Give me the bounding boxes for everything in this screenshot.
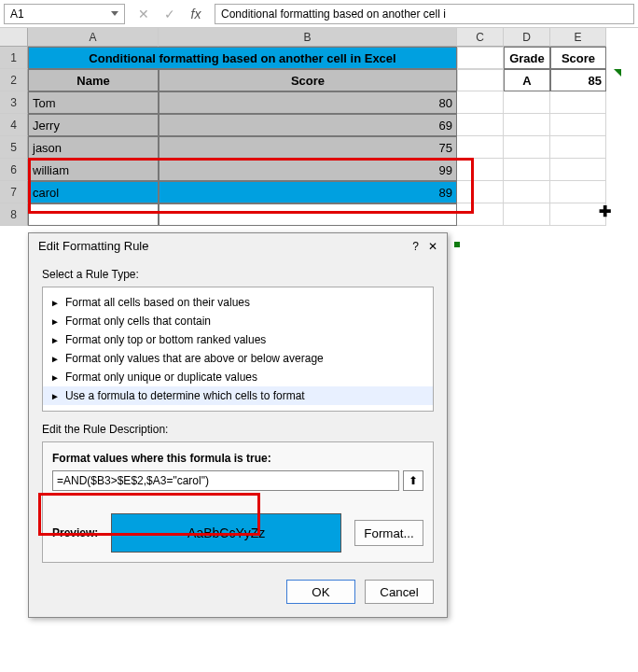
cell[interactable] [457,47,504,69]
rule-label: Format only top or bottom ranked values [65,333,266,346]
formula-input[interactable] [52,470,399,491]
column-headers: A B C D E [28,28,638,47]
formula-bar-icons: ✕ ✓ fx [125,5,215,23]
cell[interactable] [504,136,550,159]
col-header-a[interactable]: A [28,28,159,47]
cell[interactable] [457,159,504,181]
cell[interactable] [550,159,606,181]
name-box[interactable]: A1 [4,4,125,24]
name-box-dropdown-icon[interactable] [111,11,118,16]
edit-formatting-rule-dialog: Edit Formatting Rule ? ✕ Select a Rule T… [28,232,448,618]
fx-icon[interactable]: fx [187,5,205,23]
cancel-button[interactable]: Cancel [365,580,434,604]
rule-type-item[interactable]: ►Format all cells based on their values [43,293,433,312]
selection-handle[interactable] [454,242,460,247]
cell-score[interactable]: 80 [159,91,457,114]
cell[interactable] [504,203,550,226]
cell-score[interactable]: 75 [159,136,457,159]
row-header[interactable]: 6 [0,159,28,181]
title-cell[interactable]: Conditional formatting based on another … [28,47,457,69]
collapse-dialog-button[interactable]: ⬆ [403,470,423,491]
cell[interactable] [457,69,504,91]
name-header[interactable]: Name [28,69,159,91]
rule-type-item[interactable]: ►Format only values that are above or be… [43,349,433,368]
col-header-c[interactable]: C [457,28,504,47]
arrow-icon: ► [50,354,60,364]
rule-label: Format only values that are above or bel… [65,352,324,365]
row-header[interactable]: 3 [0,91,28,114]
select-all-corner[interactable] [0,28,28,47]
rule-type-item[interactable]: ►Format only cells that contain [43,312,433,330]
cell[interactable] [504,159,550,181]
cell-grade-val[interactable]: A [504,69,550,91]
arrow-icon: ► [50,298,60,308]
formula-bar[interactable]: Conditional formatting based on another … [215,4,634,24]
format-values-label: Format values where this formula is true… [52,452,423,465]
col-header-d[interactable]: D [504,28,550,47]
cell-score-header[interactable]: Score [550,47,606,69]
arrow-icon: ► [50,372,60,383]
cell[interactable] [159,203,457,226]
cell-name[interactable]: william [28,159,159,181]
cell[interactable] [504,181,550,203]
col-header-e[interactable]: E [550,28,606,47]
cell-score[interactable]: 99 [159,159,457,181]
cell-grade-header[interactable]: Grade [504,47,550,69]
arrow-icon: ► [50,335,60,345]
cell[interactable] [457,136,504,159]
dialog-title: Edit Formatting Rule [38,239,149,253]
row-header[interactable]: 1 [0,47,28,69]
preview-label: Preview: [52,526,98,539]
select-rule-type-label: Select a Rule Type: [42,268,434,281]
error-indicator-icon [614,69,621,77]
enter-icon: ✓ [160,5,179,23]
col-header-b[interactable]: B [159,28,457,47]
cell-name[interactable]: jason [28,136,159,159]
help-icon[interactable]: ? [412,240,419,253]
cell-name[interactable]: Tom [28,91,159,114]
cell[interactable] [550,114,606,136]
rule-description-box: Format values where this formula is true… [42,441,434,563]
row-header[interactable]: 5 [0,136,28,159]
rule-type-list: ►Format all cells based on their values … [42,287,434,412]
name-box-value: A1 [10,7,24,21]
cell-score-val[interactable]: 85 [550,69,606,91]
ok-button[interactable]: OK [286,580,355,604]
dialog-titlebar[interactable]: Edit Formatting Rule ? ✕ [29,233,447,259]
format-button[interactable]: Format... [354,520,423,546]
preview-box: AaBbCcYyZz [111,513,341,553]
cell[interactable] [28,203,159,226]
rule-type-item[interactable]: ►Format only unique or duplicate values [43,368,433,386]
cell[interactable] [457,181,504,203]
cell-score[interactable]: 89 [159,181,457,203]
edit-rule-desc-label: Edit the Rule Description: [42,423,434,436]
rule-type-item[interactable]: ►Format only top or bottom ranked values [43,330,433,349]
formula-bar-area: A1 ✕ ✓ fx Conditional formatting based o… [0,0,638,28]
cell[interactable] [457,114,504,136]
rule-label: Format only unique or duplicate values [65,371,257,384]
cell[interactable] [550,91,606,114]
rule-label: Format all cells based on their values [65,296,250,309]
cell[interactable] [550,136,606,159]
cell[interactable] [550,203,606,226]
spreadsheet-grid: A B C D E 1 Conditional formatting based… [0,28,638,226]
rule-type-item[interactable]: ►Use a formula to determine which cells … [43,386,433,405]
cell[interactable] [457,203,504,226]
cell[interactable] [550,181,606,203]
cell[interactable] [504,91,550,114]
close-icon[interactable]: ✕ [428,240,437,253]
arrow-icon: ► [50,316,60,327]
row-header[interactable]: 2 [0,69,28,91]
arrow-icon: ► [50,391,60,401]
row-header[interactable]: 7 [0,181,28,203]
score-header[interactable]: Score [159,69,457,91]
cell-name[interactable]: carol [28,181,159,203]
cancel-icon: ✕ [134,5,153,23]
cell-name[interactable]: Jerry [28,114,159,136]
rule-label: Use a formula to determine which cells t… [65,389,305,402]
cell[interactable] [504,114,550,136]
row-header[interactable]: 8 [0,203,28,226]
cell-score[interactable]: 69 [159,114,457,136]
cell[interactable] [457,91,504,114]
row-header[interactable]: 4 [0,114,28,136]
